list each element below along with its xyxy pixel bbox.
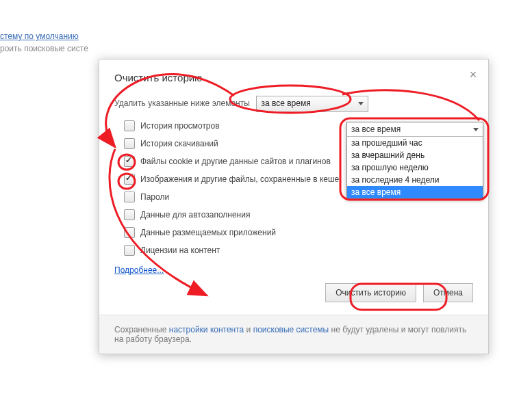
option-checkbox[interactable] [124, 174, 135, 185]
option-label: Файлы cookie и другие данные сайтов и пл… [140, 157, 331, 166]
background-link-default[interactable]: стему по умолчанию [0, 31, 88, 41]
background-link-search: роить поисковые систе [0, 44, 88, 53]
option-label: Изображения и другие файлы, сохраненные … [140, 174, 339, 184]
option-checkbox[interactable] [124, 120, 135, 131]
time-range-dropdown-expanded: за все время за прошедший часза вчерашни… [346, 122, 483, 199]
option-label: Данные размещаемых приложений [140, 228, 276, 237]
time-range-select[interactable]: за все время [256, 96, 368, 112]
option-checkbox[interactable] [124, 245, 135, 256]
time-range-value: за все время [261, 98, 310, 108]
option-label: Данные для автозаполнения [140, 210, 250, 220]
dropdown-item[interactable]: за прошлую неделю [347, 161, 483, 174]
option-checkbox[interactable] [124, 156, 135, 167]
cancel-button[interactable]: Отмена [423, 283, 473, 302]
close-icon[interactable]: × [468, 69, 479, 80]
dialog-footer: Сохраненные настройки контента и поисков… [99, 315, 488, 354]
option-row: Данные размещаемых приложений [124, 227, 473, 238]
dialog-title: Очистить историю [114, 72, 202, 83]
dropdown-item[interactable]: за вчерашний день [347, 149, 483, 161]
option-label: Пароли [140, 192, 169, 202]
dropdown-head-value: за все время [351, 124, 401, 134]
option-label: Лицензии на контент [140, 246, 220, 255]
prompt-label: Удалить указанные ниже элементы [114, 98, 250, 108]
option-checkbox[interactable] [124, 227, 135, 238]
footer-text: и [244, 325, 253, 334]
clear-history-button[interactable]: Очистить историю [325, 283, 416, 302]
option-label: История скачиваний [140, 139, 218, 148]
option-checkbox[interactable] [124, 138, 135, 149]
option-label: История просмотров [140, 121, 220, 131]
search-engines-link[interactable]: поисковые системы [253, 325, 329, 334]
chevron-down-icon [473, 128, 479, 131]
option-row: Лицензии на контент [124, 245, 473, 256]
footer-text: Сохраненные [114, 325, 169, 334]
option-checkbox[interactable] [124, 192, 135, 202]
dropdown-item[interactable]: за все время [347, 186, 483, 198]
dropdown-item[interactable]: за прошедший час [347, 137, 483, 149]
content-settings-link[interactable]: настройки контента [169, 325, 244, 334]
chevron-down-icon [358, 102, 364, 105]
dropdown-item[interactable]: за последние 4 недели [347, 174, 483, 186]
option-row: Данные для автозаполнения [124, 209, 473, 220]
more-link[interactable]: Подробнее... [114, 265, 164, 275]
option-checkbox[interactable] [124, 209, 135, 220]
clear-history-dialog: Очистить историю × Удалить указанные ниж… [99, 59, 489, 354]
